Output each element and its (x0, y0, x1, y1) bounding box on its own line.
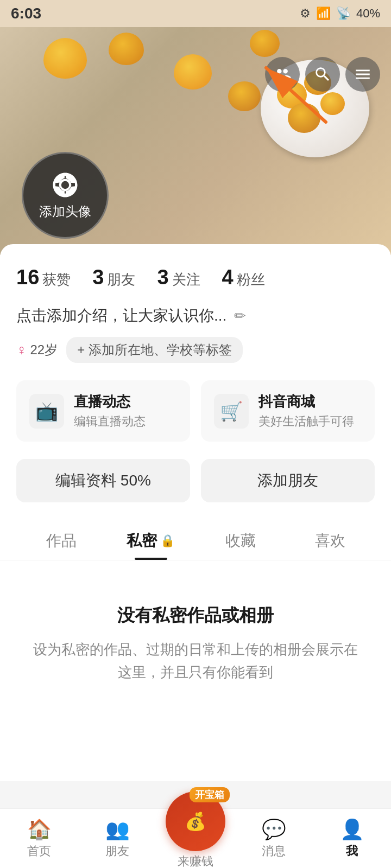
signal-icon: 📡 (336, 7, 351, 21)
followers-stat[interactable]: 4 粉丝 (222, 266, 265, 289)
age-tag: ♀ 22岁 (16, 341, 58, 359)
tab-works-label: 作品 (46, 531, 77, 551)
avatar-circle[interactable]: 添加头像 (22, 152, 109, 239)
stats-row: 16 获赞 3 朋友 3 关注 4 粉丝 (16, 260, 375, 289)
nav-messages[interactable]: 💬 消息 (235, 809, 313, 868)
top-actions (265, 57, 380, 92)
friends-nav-icon: 👥 (105, 818, 130, 841)
tab-favorites-label: 收藏 (225, 531, 256, 551)
nav-friends[interactable]: 👥 朋友 (78, 809, 156, 868)
followers-label: 粉丝 (237, 270, 265, 289)
tab-private[interactable]: 私密 🔒 (106, 520, 195, 560)
live-sub: 编辑直播动态 (74, 413, 146, 430)
nav-friends-label: 朋友 (105, 843, 129, 859)
nav-messages-label: 消息 (262, 843, 286, 859)
action-buttons: 编辑资料 50% 添加朋友 (16, 459, 375, 502)
status-bar: 6:03 ⚙ 📶 📡 40% (0, 0, 391, 27)
bottom-spacer (16, 716, 375, 781)
nav-profile-label: 我 (346, 843, 358, 859)
status-time: 6:03 (11, 5, 41, 22)
tab-bar: 作品 私密 🔒 收藏 喜欢 (0, 520, 391, 560)
tags-row: ♀ 22岁 + 添加所在地、学校等标签 (16, 337, 375, 363)
friends-stat[interactable]: 3 朋友 (92, 266, 135, 289)
add-tag-button[interactable]: + 添加所在地、学校等标签 (66, 337, 243, 363)
tab-private-label: 私密 (127, 531, 157, 551)
tab-favorites[interactable]: 收藏 (195, 520, 285, 560)
gender-icon: ♀ (16, 342, 27, 359)
edit-bio-icon[interactable]: ✏ (234, 308, 246, 324)
wifi-icon: 📶 (316, 7, 331, 21)
followers-count: 4 (222, 266, 234, 289)
coin-icon: 💰 (185, 811, 206, 832)
likes-count: 16 (16, 266, 39, 289)
messages-icon: 💬 (262, 818, 286, 841)
live-title: 直播动态 (74, 392, 146, 411)
avatar-area[interactable]: 添加头像 (22, 152, 109, 239)
search-button[interactable] (305, 57, 340, 92)
edit-profile-button[interactable]: 编辑资料 50% (16, 459, 190, 502)
shop-feature-info: 抖音商城 美好生活触手可得 (258, 392, 354, 430)
likes-stat[interactable]: 16 获赞 (16, 266, 71, 289)
nav-profile[interactable]: 👤 我 (313, 809, 391, 868)
treasure-badge: 开宝箱 (190, 787, 230, 802)
cover-area: 添加头像 (0, 27, 391, 255)
friends-button[interactable] (265, 57, 300, 92)
battery-text: 40% (356, 7, 380, 21)
live-icon: 📺 (29, 394, 64, 429)
home-icon: 🏠 (27, 818, 52, 841)
empty-desc: 设为私密的作品、过期的日常和上传的相册会展示在这里，并且只有你能看到 (33, 639, 358, 684)
empty-state: 没有私密作品或相册 设为私密的作品、过期的日常和上传的相册会展示在这里，并且只有… (16, 560, 375, 716)
shop-feature-card[interactable]: 🛒 抖音商城 美好生活触手可得 (201, 380, 375, 442)
bluetooth-icon: ⚙ (300, 7, 311, 21)
nav-earn[interactable]: 开宝箱 💰 来赚钱 (156, 808, 235, 869)
following-stat[interactable]: 3 关注 (157, 266, 200, 289)
feature-cards: 📺 直播动态 编辑直播动态 🛒 抖音商城 美好生活触手可得 (16, 380, 375, 442)
earn-button[interactable]: 开宝箱 💰 (166, 792, 225, 851)
bio-row[interactable]: 点击添加介绍，让大家认识你... ✏ (16, 305, 375, 326)
live-feature-info: 直播动态 编辑直播动态 (74, 392, 146, 430)
fruit-decoration-2 (109, 33, 144, 65)
fruit-decoration-3 (174, 54, 212, 90)
profile-content: 16 获赞 3 朋友 3 关注 4 粉丝 点击添加介绍，让大家认识你... ✏ … (0, 244, 391, 781)
tab-works[interactable]: 作品 (16, 520, 106, 560)
following-label: 关注 (172, 270, 200, 289)
add-avatar-label: 添加头像 (39, 203, 91, 220)
add-friend-button[interactable]: 添加朋友 (201, 459, 375, 502)
age-text: 22岁 (30, 341, 58, 359)
friends-count: 3 (92, 266, 104, 289)
nav-earn-label: 来赚钱 (178, 853, 213, 869)
bowl-fruit-3 (320, 92, 345, 115)
nav-home-label: 首页 (27, 843, 51, 859)
bio-text: 点击添加介绍，让大家认识你... (16, 305, 226, 326)
shop-icon: 🛒 (214, 394, 249, 429)
following-count: 3 (157, 266, 168, 289)
menu-button[interactable] (345, 57, 380, 92)
shop-title: 抖音商城 (258, 392, 354, 411)
lock-icon: 🔒 (160, 534, 175, 548)
empty-title: 没有私密作品或相册 (33, 604, 358, 628)
friends-label: 朋友 (107, 270, 135, 289)
bottom-nav: 🏠 首页 👥 朋友 开宝箱 💰 来赚钱 💬 消息 👤 我 (0, 808, 391, 868)
nav-home[interactable]: 🏠 首页 (0, 809, 78, 868)
profile-nav-icon: 👤 (340, 818, 364, 841)
bowl-fruit-4 (288, 103, 320, 133)
fruit-decoration-1 (43, 38, 87, 79)
status-icons: ⚙ 📶 📡 40% (300, 7, 380, 21)
likes-label: 获赞 (42, 270, 71, 289)
tab-likes[interactable]: 喜欢 (285, 520, 375, 560)
live-feature-card[interactable]: 📺 直播动态 编辑直播动态 (16, 380, 190, 442)
shop-sub: 美好生活触手可得 (258, 413, 354, 430)
tab-likes-label: 喜欢 (315, 531, 345, 551)
